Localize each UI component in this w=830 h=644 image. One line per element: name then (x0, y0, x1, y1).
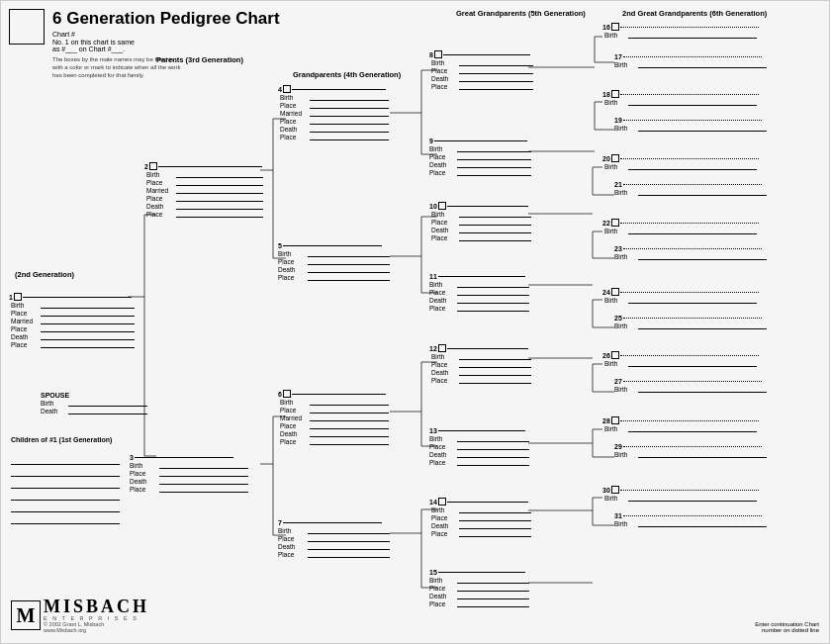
p22-box (611, 219, 619, 227)
p4-place2-label: Place (280, 118, 310, 125)
p7-death-label: Death (278, 543, 308, 550)
person-25: 25 Birth (614, 315, 767, 330)
gen5-header: Great Grandparents (5th Generation) (456, 9, 586, 18)
p2-death-label: Death (146, 203, 176, 210)
p5-birth-label: Birth (278, 250, 308, 257)
p6-box (283, 390, 291, 398)
p2-name-line (158, 166, 262, 167)
p3-place-label: Place (130, 470, 159, 477)
p21-name-line (623, 184, 762, 185)
p14-name-line (447, 502, 528, 503)
p12-name-line (447, 348, 528, 349)
p1-place3-label: Place (11, 341, 41, 348)
logo-m-box: M (11, 600, 41, 630)
p1-num: 1 (9, 294, 13, 301)
p11-birth-l: Birth (429, 281, 457, 288)
person-5: 5 Birth Place Death Place (278, 242, 390, 282)
person-2: 2 Birth Place Married Place Death Place (144, 162, 263, 219)
p30-birth-l: Birth (604, 495, 628, 502)
p15-name-line (438, 572, 525, 573)
p11-place2-l: Place (429, 305, 457, 312)
p25-num: 25 (614, 315, 622, 322)
p13-place2-l: Place (429, 459, 457, 466)
p13-num: 13 (429, 427, 437, 434)
p20-birth-l: Birth (604, 163, 628, 170)
person-21: 21 Birth (614, 181, 767, 197)
p30-num: 30 (602, 487, 610, 494)
person-13: 13 Birth Place Death Place (429, 427, 529, 467)
chart-box (9, 9, 45, 45)
p5-place-label: Place (278, 258, 308, 265)
p9-num: 9 (429, 138, 433, 144)
p27-birth-l: Birth (614, 386, 638, 393)
person-23: 23 Birth (614, 245, 767, 261)
p24-birth-l: Birth (604, 297, 628, 304)
title-block: 6 Generation Pedigree Chart Chart # No. … (52, 9, 280, 79)
p30-name-line (620, 490, 759, 491)
person-20: 20 Birth (602, 154, 759, 171)
spouse-death-label: Death (41, 408, 68, 414)
p19-num: 19 (614, 117, 622, 124)
p10-death-l: Death (431, 227, 459, 233)
person-3: 3 Birth Place Death Place (130, 454, 248, 494)
p2-birth-label: Birth (146, 171, 176, 178)
continuation-note: Enter continuation Chart number on dotte… (755, 621, 819, 633)
p12-place2-l: Place (431, 377, 459, 384)
person-26: 26 Birth (602, 351, 759, 368)
p23-num: 23 (614, 245, 622, 252)
p7-place2-label: Place (278, 551, 308, 558)
p10-birth-l: Birth (431, 211, 459, 218)
person-7: 7 Birth Place Death Place (278, 519, 390, 559)
logo-sub3: www.Misbach.org (44, 627, 149, 633)
p24-name-line (620, 292, 759, 293)
p18-num: 18 (602, 91, 610, 98)
p1-place2-label: Place (11, 325, 41, 332)
p13-place-l: Place (429, 443, 457, 450)
p10-place2-l: Place (431, 234, 459, 241)
p26-num: 26 (602, 352, 610, 359)
p12-birth-l: Birth (431, 353, 459, 360)
p6-death-label: Death (280, 430, 310, 437)
p4-place-label: Place (280, 102, 310, 109)
p12-box (438, 344, 446, 352)
person-22: 22 Birth (602, 219, 759, 235)
person-1: 1 Birth Place Married Place Death Place (9, 293, 135, 349)
person-12: 12 Birth Place Death Place (429, 344, 531, 385)
p4-num: 4 (278, 86, 282, 93)
p22-birth-l: Birth (604, 228, 628, 234)
p21-num: 21 (614, 181, 622, 188)
p8-name-line (443, 54, 530, 55)
p14-place2-l: Place (431, 530, 459, 537)
p5-num: 5 (278, 242, 282, 249)
p4-birth-label: Birth (280, 94, 310, 101)
p28-box (611, 416, 619, 424)
gen3-header: Parents (3rd Generation) (156, 55, 243, 64)
p23-birth-l: Birth (614, 253, 638, 260)
p2-box (149, 162, 157, 170)
p1-box (14, 293, 22, 301)
p29-name-line (623, 446, 762, 447)
children-label: Children of #1 (1st Generation) (11, 436, 112, 443)
p1-married-label: Married (11, 318, 41, 324)
p18-birth-l: Birth (604, 99, 628, 106)
person-27: 27 Birth (614, 378, 767, 394)
p19-name-line (623, 120, 762, 121)
gen6-header: 2nd Great Grandparents (6th Generation) (622, 9, 767, 18)
p3-death-label: Death (130, 478, 159, 485)
p2-num: 2 (144, 163, 148, 170)
person-6: 6 Birth Place Married Place Death Place (278, 390, 389, 446)
p11-name-line (438, 276, 525, 277)
person-16: 16 Birth (602, 23, 759, 40)
p18-box (611, 90, 619, 98)
p16-box (611, 23, 619, 31)
p3-birth-label: Birth (130, 462, 159, 469)
p14-box (438, 498, 446, 506)
spouse-birth-label: Birth (41, 400, 68, 407)
p28-num: 28 (602, 417, 610, 424)
child-line-2 (11, 476, 120, 477)
p20-num: 20 (602, 155, 610, 162)
chart-num: Chart # (52, 31, 280, 38)
p8-place-l: Place (431, 67, 459, 74)
p5-name-line (283, 245, 382, 246)
child-line-4 (11, 500, 120, 501)
